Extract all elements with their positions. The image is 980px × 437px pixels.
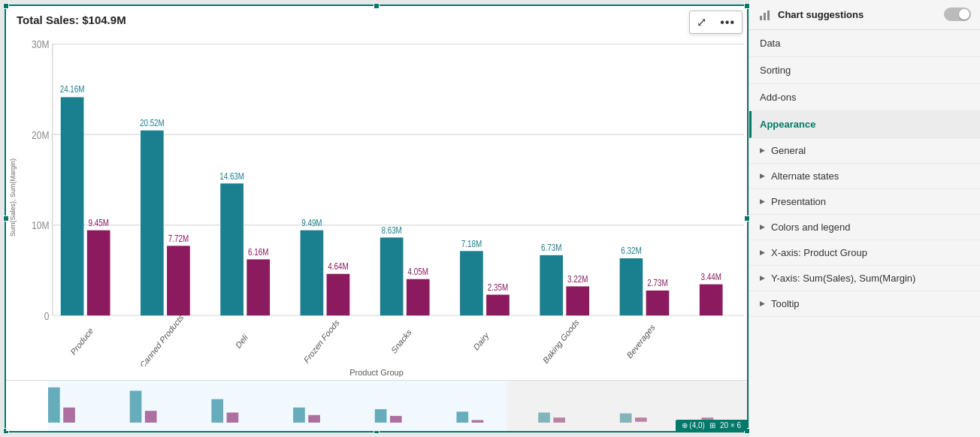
svg-text:Snacks: Snacks (390, 327, 413, 356)
expand-button[interactable]: ⤢ (690, 11, 713, 33)
bar-produce-sales (61, 97, 84, 315)
svg-text:4.64M: 4.64M (328, 261, 348, 271)
chart-svg-container: 30M 20M 10M 0 24.16M 9.45M Produce (20, 28, 747, 366)
right-panel: Chart suggestions Data Sorting Add-ons A… (749, 0, 980, 437)
svg-text:9.45M: 9.45M (88, 218, 108, 228)
bar-canned-sales (141, 131, 164, 315)
panel-title: Chart suggestions (778, 9, 944, 20)
svg-text:Produce: Produce (69, 325, 94, 357)
collapsible-tooltip-label: Tooltip (771, 298, 800, 309)
collapsible-alternate-states-label: Alternate states (771, 170, 839, 182)
mini-chart-svg (6, 381, 747, 431)
svg-text:Frozen Foods: Frozen Foods (303, 317, 341, 365)
y-axis-label: Sum(Sales), Sum(Margin) (6, 28, 20, 366)
bar-frozen-sales (301, 231, 324, 316)
bar-last-margin (700, 285, 723, 316)
bar-dairy-margin (486, 294, 510, 315)
arrow-x-axis: ▶ (760, 249, 765, 256)
mini-chart (6, 380, 747, 431)
svg-text:2.73M: 2.73M (647, 278, 667, 288)
nav-sorting[interactable]: Sorting (749, 57, 980, 84)
status-grid-size: 20 × 6 (720, 421, 741, 429)
bar-canned-margin (167, 246, 190, 315)
svg-text:7.18M: 7.18M (461, 239, 482, 249)
svg-text:0: 0 (44, 309, 50, 322)
arrow-tooltip: ▶ (760, 300, 765, 307)
collapsible-x-axis-label: X-axis: Product Group (771, 247, 867, 258)
chart-suggestions-icon (758, 8, 772, 22)
svg-text:Canned Products: Canned Products (139, 312, 185, 366)
more-options-button[interactable]: ••• (713, 11, 742, 33)
bar-snacks-sales (380, 237, 404, 315)
svg-rect-54 (764, 13, 766, 20)
collapsible-alternate-states[interactable]: ▶ Alternate states (749, 164, 980, 189)
collapsible-x-axis[interactable]: ▶ X-axis: Product Group (749, 240, 980, 266)
collapsible-y-axis[interactable]: ▶ Y-axis: Sum(Sales), Sum(Margin) (749, 266, 980, 291)
chart-suggestions-toggle[interactable] (944, 8, 971, 21)
svg-text:20M: 20M (32, 129, 49, 142)
svg-text:Deli: Deli (234, 332, 249, 351)
anchor-top-right (744, 3, 750, 9)
anchor-top-left (3, 3, 9, 9)
status-bar: ⊕ (4,0) ⊞ 20 × 6 (676, 420, 747, 431)
svg-text:30M: 30M (32, 38, 49, 51)
bar-chart-svg: 30M 20M 10M 0 24.16M 9.45M Produce (20, 34, 744, 366)
nav-appearance[interactable]: Appearance (749, 111, 980, 138)
svg-text:Dairy: Dairy (472, 330, 490, 352)
svg-text:Beverages: Beverages (625, 321, 656, 360)
svg-text:Baking Goods: Baking Goods (542, 317, 580, 366)
collapsible-colors-legend-label: Colors and legend (771, 222, 851, 233)
bar-produce-margin (87, 231, 110, 316)
bar-dairy-sales (460, 251, 483, 315)
collapsible-tooltip[interactable]: ▶ Tooltip (749, 291, 980, 317)
svg-text:8.63M: 8.63M (381, 225, 401, 235)
anchor-top-center (374, 3, 380, 9)
svg-text:7.72M: 7.72M (168, 234, 189, 243)
collapsible-general[interactable]: ▶ General (749, 138, 980, 164)
chart-body: Sum(Sales), Sum(Margin) 30M 20M 10M 0 (6, 28, 747, 366)
arrow-y-axis: ▶ (760, 274, 765, 282)
svg-text:6.32M: 6.32M (621, 246, 641, 255)
svg-text:3.22M: 3.22M (567, 274, 588, 284)
nav-appearance-label: Appearance (760, 119, 815, 130)
status-coordinates: ⊕ (4,0) (682, 421, 705, 429)
nav-sorting-label: Sorting (760, 65, 791, 76)
collapsible-general-label: General (771, 145, 806, 156)
svg-text:6.73M: 6.73M (541, 243, 561, 252)
bar-beverages-sales (620, 258, 643, 315)
bar-beverages-margin (646, 291, 670, 315)
status-grid-icon: ⊞ (709, 421, 715, 429)
collapsible-colors-legend[interactable]: ▶ Colors and legend (749, 215, 980, 240)
bar-deli-margin (247, 259, 270, 315)
svg-rect-55 (767, 11, 770, 20)
svg-text:4.05M: 4.05M (408, 267, 428, 276)
bar-frozen-margin (327, 274, 350, 315)
arrow-general: ▶ (760, 146, 765, 154)
svg-rect-51 (48, 381, 507, 431)
bar-baking-margin (566, 286, 589, 315)
collapsible-y-axis-label: Y-axis: Sum(Sales), Sum(Margin) (771, 273, 915, 284)
svg-text:3.44M: 3.44M (700, 272, 721, 282)
collapsible-presentation-label: Presentation (771, 196, 826, 207)
svg-text:10M: 10M (32, 219, 49, 232)
bar-baking-sales (540, 255, 563, 315)
chart-toolbar: ⤢ ••• (689, 11, 743, 34)
svg-text:2.35M: 2.35M (488, 282, 508, 292)
svg-text:6.16M: 6.16M (248, 247, 268, 257)
nav-addons[interactable]: Add-ons (749, 84, 980, 111)
arrow-colors-legend: ▶ (760, 223, 765, 231)
nav-addons-label: Add-ons (760, 92, 796, 103)
arrow-alternate-states: ▶ (760, 172, 765, 179)
arrow-presentation: ▶ (760, 197, 765, 205)
bar-snacks-margin (407, 279, 430, 315)
svg-text:20.52M: 20.52M (140, 118, 165, 128)
nav-data[interactable]: Data (749, 30, 980, 57)
nav-data-label: Data (760, 38, 780, 49)
collapsible-presentation[interactable]: ▶ Presentation (749, 189, 980, 215)
svg-text:24.16M: 24.16M (60, 83, 85, 93)
svg-rect-53 (760, 16, 762, 20)
panel-header: Chart suggestions (749, 0, 980, 30)
bar-deli-sales (220, 183, 243, 315)
svg-text:14.63M: 14.63M (219, 171, 244, 181)
chart-title: Total Sales: $104.9M (6, 6, 747, 28)
